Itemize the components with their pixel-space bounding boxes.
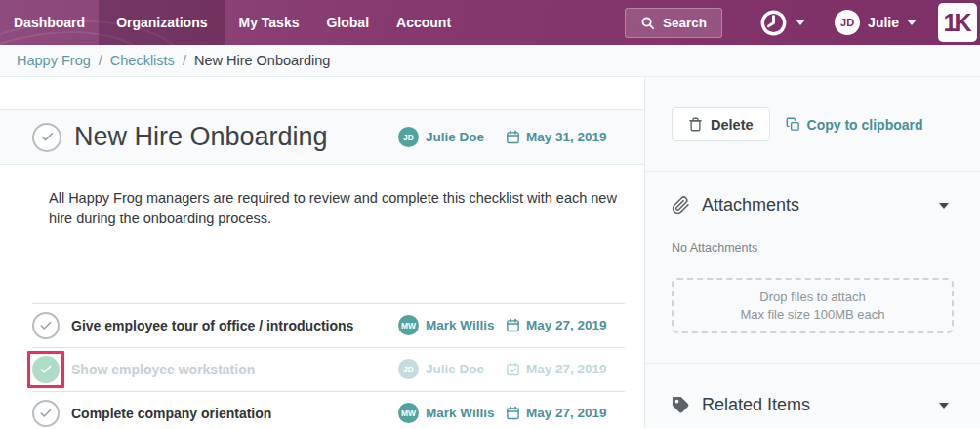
drop-zone-line2: Max file size 100MB each — [740, 306, 884, 324]
nav-menu: Dashboard Organizations My Tasks Global … — [0, 0, 465, 45]
task-due-date[interactable]: May 27, 2019 — [506, 406, 607, 420]
app-logo[interactable]: 1K — [938, 3, 977, 42]
attachments-title: Attachments — [702, 195, 799, 215]
search-icon — [640, 16, 655, 30]
breadcrumb-current: New Hire Onboarding — [194, 53, 330, 68]
nav-item-organizations[interactable]: Organizations — [99, 0, 225, 45]
trash-icon — [688, 117, 703, 132]
task-due-date[interactable]: May 27, 2019 — [506, 318, 607, 332]
avatar: MW — [398, 315, 419, 335]
task-assignee[interactable]: JD Julie Doe — [398, 359, 484, 379]
delete-label: Delete — [711, 117, 754, 133]
breadcrumb: Happy Frog / Checklists / New Hire Onboa… — [0, 45, 980, 77]
assignee-name: Mark Willis — [426, 318, 494, 332]
top-navbar: Dashboard Organizations My Tasks Global … — [0, 0, 980, 45]
search-label: Search — [663, 16, 707, 30]
nav-item-my-tasks[interactable]: My Tasks — [225, 0, 312, 45]
checklist-description: All Happy Frog managers are required to … — [49, 188, 634, 229]
user-avatar: JD — [835, 10, 860, 35]
avatar: MW — [398, 403, 419, 423]
chevron-down-icon — [796, 20, 805, 25]
avatar: JD — [398, 359, 419, 379]
attachments-section: Attachments No Attachments Drop files to… — [645, 172, 980, 363]
highlight-annotation-box — [27, 351, 64, 388]
assignee-name: Julie Doe — [426, 130, 484, 144]
nav-item-global[interactable]: Global — [312, 0, 383, 45]
recent-activity-menu[interactable] — [759, 9, 805, 37]
checklist-assignee[interactable]: JD Julie Doe — [398, 127, 484, 147]
assignee-name: Julie Doe — [426, 362, 484, 376]
breadcrumb-separator: / — [183, 53, 186, 68]
related-items-header[interactable]: Related Items — [672, 395, 954, 415]
collapse-caret-icon[interactable] — [939, 203, 949, 209]
no-attachments-text: No Attachments — [672, 241, 954, 254]
breadcrumb-separator: / — [99, 53, 102, 68]
task-label: Show employee workstation — [71, 362, 255, 377]
table-row[interactable]: Give employee tour of office / introduct… — [0, 303, 644, 347]
table-row[interactable]: Show employee workstation JD Julie Doe M… — [0, 347, 644, 391]
task-checkbox[interactable] — [32, 400, 60, 427]
breadcrumb-link-happy-frog[interactable]: Happy Frog — [17, 53, 91, 68]
due-date-text: May 27, 2019 — [526, 406, 607, 420]
attachments-header[interactable]: Attachments — [672, 195, 954, 215]
checklist-title-row: New Hire Onboarding JD Julie Doe May 31,… — [0, 109, 644, 165]
delete-button[interactable]: Delete — [672, 107, 770, 141]
breadcrumb-link-checklists[interactable]: Checklists — [110, 53, 175, 68]
chevron-down-icon — [907, 20, 917, 25]
file-drop-zone[interactable]: Drop files to attach Max file size 100MB… — [672, 278, 954, 333]
copy-icon — [786, 117, 800, 132]
checklist-complete-checkbox[interactable] — [32, 123, 61, 152]
calendar-icon — [506, 318, 520, 332]
due-date-text: May 31, 2019 — [526, 130, 607, 144]
nav-item-account[interactable]: Account — [383, 0, 465, 45]
copy-to-clipboard-button[interactable]: Copy to clipboard — [786, 117, 923, 133]
checklist-main-panel: New Hire Onboarding JD Julie Doe May 31,… — [0, 77, 645, 428]
clock-icon — [759, 9, 788, 37]
user-menu[interactable]: JD Julie — [835, 10, 917, 35]
search-button[interactable]: Search — [625, 8, 722, 38]
calendar-check-icon — [506, 362, 520, 376]
copy-label: Copy to clipboard — [807, 117, 923, 133]
drop-zone-line1: Drop files to attach — [759, 289, 865, 306]
nav-item-dashboard[interactable]: Dashboard — [0, 0, 99, 45]
task-list: Give employee tour of office / introduct… — [0, 303, 644, 429]
paperclip-icon — [672, 196, 690, 214]
avatar: JD — [398, 127, 419, 147]
checklist-due-date[interactable]: May 31, 2019 — [506, 130, 607, 144]
due-date-text: May 27, 2019 — [526, 318, 607, 332]
related-items-section: Related Items — [645, 364, 980, 415]
calendar-icon — [506, 406, 520, 420]
due-date-text: May 27, 2019 — [526, 362, 607, 376]
collapse-caret-icon[interactable] — [939, 403, 949, 409]
table-row[interactable]: Complete company orientation MW Mark Wil… — [0, 391, 644, 429]
task-due-date[interactable]: May 27, 2019 — [506, 362, 607, 376]
user-name: Julie — [868, 15, 899, 30]
task-assignee[interactable]: MW Mark Willis — [398, 315, 494, 335]
assignee-name: Mark Willis — [426, 406, 494, 420]
task-assignee[interactable]: MW Mark Willis — [398, 403, 494, 423]
calendar-icon — [506, 130, 520, 144]
details-sidebar: Delete Copy to clipboard Attachments No … — [645, 77, 980, 428]
task-checkbox-checked[interactable] — [32, 356, 60, 383]
task-label: Complete company orientation — [71, 406, 271, 421]
page-title: New Hire Onboarding — [74, 122, 328, 152]
task-checkbox[interactable] — [32, 312, 60, 339]
logo-text: 1K — [944, 9, 972, 37]
tag-icon — [672, 396, 690, 414]
related-items-title: Related Items — [702, 395, 810, 415]
task-label: Give employee tour of office / introduct… — [71, 318, 353, 333]
